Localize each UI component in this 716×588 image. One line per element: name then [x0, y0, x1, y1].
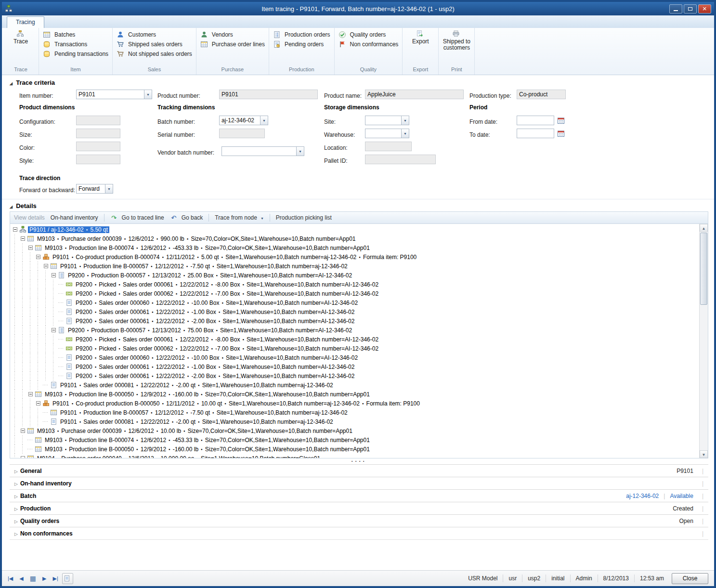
- tree-guide: [19, 371, 26, 380]
- tree-row[interactable]: P9200●Picked●Sales order 000061●12/22/20…: [11, 335, 699, 344]
- tree-row[interactable]: P9101●Production line B-000057●12/12/201…: [11, 261, 699, 271]
- tree-row[interactable]: M9103●Production line B-000050●12/9/2012…: [11, 390, 699, 399]
- tree-row[interactable]: P9200●Sales order 000061●12/22/2012●-1.0…: [11, 362, 699, 371]
- toolbar-button-on-hand-inventory[interactable]: On-hand inventory: [51, 214, 98, 221]
- collapse-expander-icon[interactable]: [34, 252, 42, 261]
- scroll-down-icon[interactable]: [700, 450, 708, 458]
- fasttab-quality-orders[interactable]: Quality ordersOpen|: [10, 514, 708, 527]
- scrollbar-thumb[interactable]: [700, 233, 707, 305]
- last-record-icon[interactable]: [53, 575, 58, 582]
- tree-row[interactable]: P9101●Co-product production B-000050●12/…: [11, 399, 699, 408]
- collapse-expander-icon[interactable]: [34, 399, 42, 408]
- tree-row[interactable]: P9200●Production B-000057●12/13/2012●75.…: [11, 326, 699, 335]
- tree-row[interactable]: M9104●Purchase order 000040●12/6/2012●10…: [11, 454, 699, 458]
- tree-row[interactable]: M9103●Production line B-000050●12/9/2012…: [11, 444, 699, 454]
- trace-criteria-header[interactable]: Trace criteria: [10, 79, 708, 86]
- forward-or-backward-dropdown-icon[interactable]: [105, 184, 113, 194]
- forward-or-backward-input[interactable]: [76, 184, 105, 194]
- tree-row[interactable]: P9200●Picked●Sales order 000061●12/22/20…: [11, 280, 699, 289]
- fasttab-value[interactable]: Available: [670, 493, 693, 499]
- collapse-expander-icon[interactable]: [42, 261, 50, 271]
- maximize-button[interactable]: [684, 4, 697, 13]
- collapse-expander-icon[interactable]: [50, 271, 57, 280]
- tree-row[interactable]: P9200●Sales order 000060●12/22/2012●-10.…: [11, 298, 699, 307]
- tree-row[interactable]: P9101●Production line B-000057●12/12/201…: [11, 408, 699, 417]
- ribbon-button-transactions[interactable]: Transactions: [41, 40, 110, 48]
- item-number-input[interactable]: [76, 90, 144, 99]
- vendor-batch-number-dropdown-icon[interactable]: [296, 146, 304, 156]
- tree-row[interactable]: P9101●Sales order 000081●12/22/2012●-2.0…: [11, 417, 699, 426]
- ribbon-button-non-conformances[interactable]: Non conformances: [337, 40, 400, 48]
- tree-row[interactable]: P9101●Sales order 000081●12/22/2012●-2.0…: [11, 380, 699, 390]
- fasttab-non-conformances[interactable]: Non conformances|: [10, 527, 708, 540]
- collapse-expander-icon[interactable]: [19, 426, 26, 435]
- tree-row[interactable]: M9103●Purchase order 000039●12/6/2012●10…: [11, 426, 699, 435]
- collapse-expander-icon[interactable]: [11, 225, 19, 234]
- splitter-handle[interactable]: [10, 458, 708, 464]
- tree-row[interactable]: P9200●Picked●Sales order 000062●12/22/20…: [11, 344, 699, 353]
- attachments-button[interactable]: [62, 573, 73, 584]
- ribbon-button-production-orders[interactable]: Production orders: [272, 31, 332, 39]
- fasttab-batch[interactable]: Batchaj-12-346-02|Available|: [10, 489, 708, 502]
- fasttab-value[interactable]: aj-12-346-02: [626, 493, 659, 499]
- site-dropdown-icon[interactable]: [401, 116, 409, 125]
- fasttab-production[interactable]: ProductionCreated|: [10, 502, 708, 514]
- ribbon-button-trace[interactable]: Trace: [5, 30, 36, 45]
- grid-view-icon[interactable]: [30, 575, 36, 582]
- tree-row[interactable]: M9103●Purchase order 000039●12/6/2012●99…: [11, 234, 699, 243]
- toolbar-button-go-to-traced-line[interactable]: ↷Go to traced line: [110, 214, 164, 222]
- previous-record-icon[interactable]: [19, 575, 23, 582]
- site-input[interactable]: [365, 116, 401, 125]
- warehouse-input[interactable]: [365, 129, 401, 138]
- vendor-batch-number-input[interactable]: [221, 146, 296, 156]
- ribbon-button-pending-transactions[interactable]: Pending transactions: [41, 50, 110, 58]
- ribbon-button-vendors[interactable]: Vendors: [199, 31, 266, 39]
- minimize-button[interactable]: [669, 4, 682, 13]
- ribbon-button-customers[interactable]: Customers: [115, 31, 194, 39]
- ribbon-button-quality-orders[interactable]: Quality orders: [337, 31, 400, 39]
- close-button[interactable]: Close: [672, 573, 708, 584]
- tree-row[interactable]: P9200●Sales order 000061●12/22/2012●-2.0…: [11, 316, 699, 326]
- ribbon-button-purchase-order-lines[interactable]: Purchase order lines: [199, 40, 266, 48]
- ribbon-button-export[interactable]: Export: [405, 30, 436, 45]
- toolbar-button-trace-from-node[interactable]: Trace from node: [215, 214, 264, 221]
- from-date-calendar-icon[interactable]: [557, 116, 566, 125]
- tree-row[interactable]: P9200●Picked●Sales order 000062●12/22/20…: [11, 289, 699, 298]
- to-date-input[interactable]: [517, 129, 554, 138]
- tree-row[interactable]: M9103●Production line B-000074●12/6/2012…: [11, 435, 699, 444]
- tree-row[interactable]: P9200●Sales order 000061●12/22/2012●-1.0…: [11, 307, 699, 316]
- collapse-expander-icon[interactable]: [19, 454, 26, 458]
- tab-tracing[interactable]: Tracing: [7, 16, 44, 28]
- close-window-button[interactable]: [698, 4, 711, 13]
- collapse-expander-icon[interactable]: [26, 390, 34, 399]
- details-header[interactable]: Details: [10, 202, 708, 209]
- tree-row[interactable]: P9101●Co-product production B-000074●12/…: [11, 252, 699, 261]
- ribbon-button-batches[interactable]: Batches: [41, 31, 110, 39]
- from-date-input[interactable]: [517, 116, 554, 125]
- warehouse-dropdown-icon[interactable]: [401, 129, 409, 138]
- toolbar-button-go-back[interactable]: ↶Go back: [170, 214, 203, 222]
- tree-row[interactable]: M9103●Production line B-000074●12/6/2012…: [11, 243, 699, 252]
- ribbon-button-shipped-to-customers[interactable]: Shipped to customers: [441, 30, 472, 52]
- ribbon-button-pending-orders[interactable]: Pending orders: [272, 40, 332, 48]
- item-number-dropdown-icon[interactable]: [144, 90, 152, 99]
- ribbon-button-shipped-sales-orders[interactable]: Shipped sales orders: [115, 40, 194, 48]
- batch-number-dropdown-icon[interactable]: [260, 116, 268, 125]
- batch-number-input[interactable]: [219, 116, 260, 125]
- ribbon-button-not-shipped-sales-orders[interactable]: Not shipped sales orders: [115, 50, 194, 58]
- tree-row[interactable]: P9200●Sales order 000061●12/22/2012●-2.0…: [11, 371, 699, 380]
- tree-row[interactable]: P9200●Sales order 000060●12/22/2012●-10.…: [11, 353, 699, 362]
- fasttab-general[interactable]: GeneralP9101|: [10, 464, 708, 477]
- collapse-expander-icon[interactable]: [19, 234, 26, 243]
- first-record-icon[interactable]: [8, 575, 13, 582]
- tree-row[interactable]: P9200●Production B-000057●12/13/2012●25.…: [11, 271, 699, 280]
- scroll-up-icon[interactable]: [700, 224, 708, 232]
- next-record-icon[interactable]: [42, 575, 46, 582]
- fasttab-on-hand-inventory[interactable]: On-hand inventory|: [10, 477, 708, 489]
- to-date-calendar-icon[interactable]: [557, 129, 566, 138]
- toolbar-button-production-picking-list[interactable]: Production picking list: [276, 214, 332, 221]
- collapse-expander-icon[interactable]: [26, 243, 34, 252]
- vertical-scrollbar[interactable]: [699, 224, 708, 458]
- tree-row[interactable]: P9101 / aj-12-346-02●5.50 qt: [11, 225, 699, 234]
- collapse-expander-icon[interactable]: [50, 326, 57, 335]
